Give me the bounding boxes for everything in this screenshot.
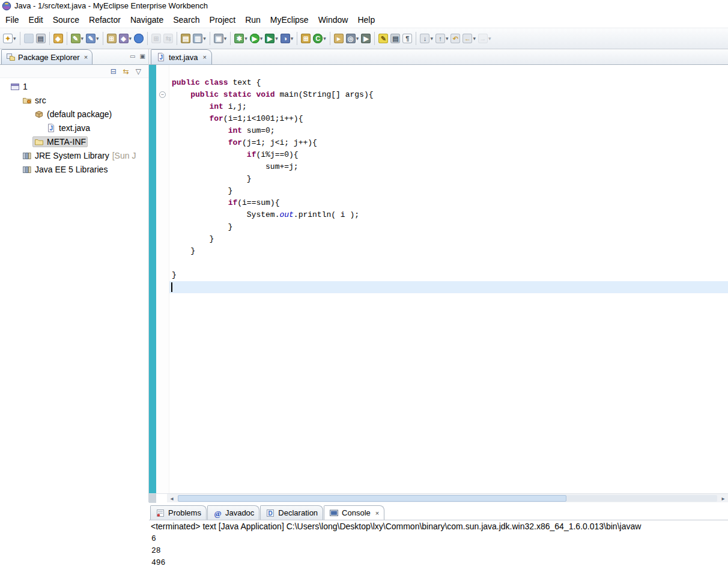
fold-collapse-icon[interactable]: − bbox=[159, 91, 166, 98]
menu-edit[interactable]: Edit bbox=[24, 13, 48, 26]
debug-button[interactable]: ✱▾ bbox=[234, 32, 248, 44]
show-whitespace-button[interactable]: ¶ bbox=[402, 32, 413, 44]
menu-source[interactable]: Source bbox=[48, 13, 84, 26]
tree-item-text-java[interactable]: Jtext.java bbox=[0, 121, 148, 135]
console-output[interactable]: 628496 bbox=[149, 533, 728, 569]
scroll-track[interactable] bbox=[178, 495, 717, 502]
print-button[interactable]: ▤ bbox=[35, 32, 46, 44]
new-web-component-button[interactable]: ⊞ bbox=[106, 32, 117, 44]
overview-ruler[interactable] bbox=[149, 65, 156, 493]
tab-javadoc[interactable]: @Javadoc bbox=[207, 505, 259, 520]
close-icon[interactable]: × bbox=[375, 510, 379, 517]
tree-item-row: (default package) bbox=[32, 109, 114, 120]
new-java-project-button[interactable]: ⊞ bbox=[300, 32, 311, 44]
new-wizard-button[interactable]: ✦▾ bbox=[2, 32, 17, 44]
screen-capture-button[interactable]: ▣▾ bbox=[213, 32, 228, 44]
editor-tab-text-java[interactable]: J text.java × bbox=[151, 49, 212, 64]
run-button[interactable]: ▶▾ bbox=[249, 32, 264, 44]
web-browser-button[interactable] bbox=[133, 32, 144, 44]
new-server-icon: ▤ bbox=[181, 34, 190, 43]
tab-console[interactable]: Console× bbox=[324, 505, 384, 520]
last-edit-location-button[interactable]: ↶ bbox=[450, 32, 461, 44]
menu-search[interactable]: Search bbox=[168, 13, 204, 26]
menu-myeclipse[interactable]: MyEclipse bbox=[265, 13, 314, 26]
package-explorer-tab[interactable]: Package Explorer × bbox=[1, 49, 93, 64]
dropdown-arrow-icon[interactable]: ▾ bbox=[291, 35, 294, 41]
dropdown-arrow-icon[interactable]: ▾ bbox=[446, 35, 449, 41]
jar-module-button[interactable]: ◆▾ bbox=[118, 32, 133, 44]
annotation-ruler[interactable]: − bbox=[156, 65, 169, 493]
synchronize-button[interactable]: ⇆ bbox=[163, 32, 174, 44]
code-line-5: int sum=0; bbox=[169, 125, 728, 137]
tree-item-meta-inf[interactable]: META-INF bbox=[0, 135, 148, 148]
deploy-module-button[interactable]: ◈ bbox=[53, 32, 64, 44]
dropdown-arrow-icon[interactable]: ▾ bbox=[260, 35, 263, 41]
close-icon[interactable]: × bbox=[84, 53, 88, 61]
dropdown-arrow-icon[interactable]: ▾ bbox=[323, 35, 326, 41]
view-menu-icon[interactable]: ▽ bbox=[136, 68, 141, 75]
new-server-button[interactable]: ▤ bbox=[180, 32, 191, 44]
previous-annotation-button[interactable]: ↑▾ bbox=[435, 32, 449, 44]
dropdown-arrow-icon[interactable]: ▾ bbox=[96, 35, 99, 41]
maximize-icon[interactable]: ▣ bbox=[140, 53, 145, 59]
dropdown-arrow-icon[interactable]: ▾ bbox=[244, 35, 247, 41]
horizontal-scrollbar[interactable]: ◂ ▸ bbox=[149, 493, 728, 502]
open-resource-button[interactable]: ▸ bbox=[333, 32, 344, 44]
link-with-editor-icon[interactable]: ⇆ bbox=[123, 68, 129, 75]
menu-file[interactable]: File bbox=[1, 13, 24, 26]
menu-help[interactable]: Help bbox=[353, 13, 380, 26]
annotations-button[interactable]: ▤ bbox=[390, 32, 401, 44]
menu-refactor[interactable]: Refactor bbox=[84, 13, 126, 26]
run-history-button[interactable]: ▶▾ bbox=[264, 32, 279, 44]
forward-button[interactable]: →▾ bbox=[478, 32, 492, 44]
launch-config-button[interactable]: ✎▾ bbox=[85, 32, 100, 44]
tree-item-row: Jtext.java bbox=[44, 123, 92, 133]
tab-declaration[interactable]: DDeclaration bbox=[260, 505, 323, 520]
new-class-button[interactable]: C▾ bbox=[312, 32, 327, 44]
tree-item-src[interactable]: src bbox=[0, 93, 148, 107]
dropdown-arrow-icon[interactable]: ▾ bbox=[13, 35, 16, 41]
dropdown-arrow-icon[interactable]: ▾ bbox=[224, 35, 227, 41]
minimize-icon[interactable]: ▭ bbox=[130, 53, 135, 59]
svg-text:@: @ bbox=[214, 508, 221, 517]
tree-item-1[interactable]: 1 bbox=[0, 79, 148, 93]
scroll-right-icon[interactable]: ▸ bbox=[718, 495, 728, 502]
scroll-thumb[interactable] bbox=[178, 495, 566, 502]
close-icon[interactable]: × bbox=[202, 53, 206, 61]
dropdown-arrow-icon[interactable]: ▾ bbox=[203, 35, 206, 41]
search-button[interactable]: ◎▾ bbox=[345, 32, 360, 44]
tab-problems[interactable]: Problems bbox=[150, 505, 207, 520]
save-button[interactable] bbox=[23, 32, 34, 44]
menu-navigate[interactable]: Navigate bbox=[126, 13, 168, 26]
menu-window[interactable]: Window bbox=[314, 13, 353, 26]
next-annotation-button[interactable]: ↓▾ bbox=[419, 32, 434, 44]
validate-button[interactable]: ✎▾ bbox=[70, 32, 85, 44]
dropdown-arrow-icon[interactable]: ▾ bbox=[488, 35, 491, 41]
tree-item-java-ee-5-libraries[interactable]: Java EE 5 Libraries bbox=[0, 162, 148, 176]
code-line-15: } bbox=[169, 245, 728, 257]
menu-project[interactable]: Project bbox=[205, 13, 241, 26]
dropdown-arrow-icon[interactable]: ▾ bbox=[430, 35, 433, 41]
collapse-all-icon[interactable]: ⊟ bbox=[111, 68, 117, 75]
server-config-button[interactable]: ▥▾ bbox=[192, 32, 207, 44]
back-button[interactable]: ←▾ bbox=[462, 32, 476, 44]
tree-item-decoration: [Sun J bbox=[112, 151, 136, 160]
tree-item-jre-system-library[interactable]: JRE System Library [Sun J bbox=[0, 148, 148, 162]
toggle-highlight-button[interactable]: ✎ bbox=[378, 32, 389, 44]
dropdown-arrow-icon[interactable]: ▾ bbox=[275, 35, 278, 41]
dropdown-arrow-icon[interactable]: ▾ bbox=[356, 35, 359, 41]
tree-item-default-package[interactable]: (default package) bbox=[0, 107, 148, 121]
library-icon bbox=[22, 151, 32, 160]
code-line-3: int i,j; bbox=[169, 101, 728, 113]
scroll-left-icon[interactable]: ◂ bbox=[167, 495, 177, 502]
profile-button[interactable]: ◑▾ bbox=[280, 32, 294, 44]
dropdown-arrow-icon[interactable]: ▾ bbox=[129, 35, 132, 41]
title-bar[interactable]: Java - 1/src/text.java - MyEclipse Enter… bbox=[0, 0, 728, 11]
dropdown-arrow-icon[interactable]: ▾ bbox=[81, 35, 84, 41]
compare-button[interactable]: ⊞ bbox=[151, 32, 162, 44]
external-tools-button[interactable]: ▶ bbox=[360, 32, 371, 44]
menu-run[interactable]: Run bbox=[240, 13, 265, 26]
code-editor[interactable]: public class text { public static void m… bbox=[169, 65, 728, 493]
dropdown-arrow-icon[interactable]: ▾ bbox=[473, 35, 476, 41]
last-edit-location-icon: ↶ bbox=[450, 34, 460, 43]
